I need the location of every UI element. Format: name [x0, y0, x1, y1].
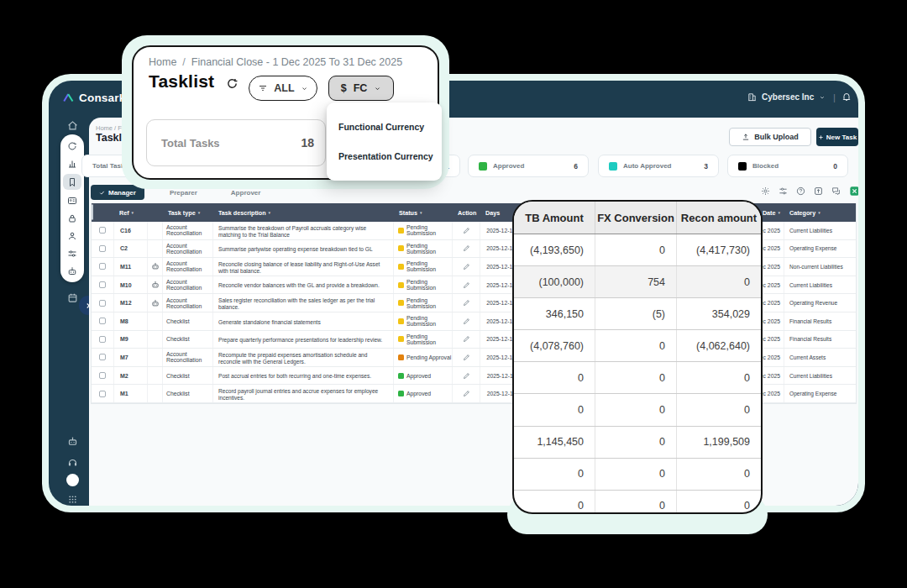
bookmark-icon — [67, 177, 77, 187]
recon-table-row: (4,193,650) 0 (4,417,730) — [514, 234, 761, 266]
sidebar-item-lock[interactable] — [63, 211, 81, 225]
row-checkbox[interactable] — [92, 331, 113, 349]
edit-action-button[interactable] — [452, 276, 480, 294]
cell-automation — [147, 312, 162, 330]
sidebar-item-bookmark[interactable] — [63, 174, 81, 190]
edit-action-button[interactable] — [452, 240, 480, 258]
comments-button[interactable] — [831, 186, 841, 196]
sidebar-item-id-card[interactable] — [63, 193, 81, 207]
sidebar-item-user[interactable] — [63, 228, 81, 243]
column-header-category[interactable]: Category▾ — [784, 209, 856, 217]
column-header-status[interactable]: Status▾ — [393, 209, 452, 217]
recon-table-header: TB AmountFX ConversionRecon amount — [514, 202, 761, 234]
sliders-icon — [67, 249, 77, 259]
bulk-upload-button[interactable]: Bulk Upload — [729, 128, 811, 146]
sidebar-item-robot[interactable] — [63, 264, 81, 278]
recon-column-header: FX Conversion — [595, 202, 677, 234]
breadcrumb-home-link[interactable]: Home — [149, 56, 176, 68]
column-header-action[interactable]: Action — [452, 209, 480, 217]
edit-action-button[interactable] — [452, 258, 480, 276]
cell-status: Pending Submission — [393, 258, 452, 276]
edit-action-button[interactable] — [452, 312, 480, 330]
edit-action-button[interactable] — [452, 222, 480, 239]
help-icon — [796, 186, 805, 196]
tune-button[interactable] — [779, 186, 788, 196]
row-checkbox[interactable] — [92, 367, 113, 385]
cell-task-description: Reconcile vendor balances with the GL an… — [212, 276, 393, 294]
edit-action-button[interactable] — [452, 367, 480, 385]
menu-item-functional-currency[interactable]: Functional Currency — [338, 122, 442, 132]
avatar[interactable] — [60, 470, 84, 489]
row-checkbox[interactable] — [92, 222, 113, 239]
cell-category: Financial Results — [784, 312, 856, 330]
robot-icon — [151, 262, 160, 270]
menu-item-presentation-currency[interactable]: Presentation Currency — [338, 151, 442, 161]
sidebar-item-sliders[interactable] — [63, 246, 81, 260]
cell-ref: C2 — [113, 240, 147, 258]
refresh-button[interactable] — [226, 77, 239, 90]
cell-ref: M1 — [113, 385, 147, 402]
sidebar-item-home[interactable] — [60, 116, 84, 134]
badge-color-square — [479, 162, 487, 171]
excel-button[interactable] — [849, 186, 858, 197]
tab-manager[interactable]: Manager — [91, 185, 144, 200]
badge-label: Approved — [493, 162, 524, 170]
cell-category: Current Liabilities — [784, 222, 856, 239]
status-badge[interactable]: Approved 6 — [468, 155, 589, 177]
cell-status: Pending Approval — [393, 349, 452, 366]
logo-triangle-icon — [62, 92, 75, 104]
table-toolbar — [761, 186, 858, 197]
bell-icon — [841, 92, 852, 102]
row-checkbox[interactable] — [92, 258, 113, 276]
recon-table-row: 0 0 0 — [514, 491, 761, 514]
filter-all-dropdown[interactable]: ALL — [249, 76, 317, 101]
badge-label: Auto Approved — [623, 162, 671, 170]
row-checkbox[interactable] — [92, 312, 113, 330]
edit-action-button[interactable] — [452, 294, 480, 312]
sidebar-item-sync[interactable] — [63, 139, 81, 153]
cell-fx-conversion: 0 — [595, 394, 677, 425]
currency-dropdown[interactable]: $ FC — [328, 76, 394, 101]
cell-recon-amount: (4,417,730) — [677, 234, 761, 265]
cell-task-description: Summarise partywise operating expense br… — [212, 240, 393, 258]
new-task-button[interactable]: New Task — [816, 128, 858, 146]
row-checkbox[interactable] — [92, 294, 113, 312]
sidebar-item-apps-grid[interactable] — [60, 490, 84, 506]
status-badge[interactable]: Blocked 0 — [727, 155, 848, 177]
cell-task-type: Checklist — [162, 312, 212, 330]
column-header-ref[interactable]: Ref▾ — [113, 209, 147, 217]
cell-status: Approved — [393, 367, 452, 385]
row-checkbox[interactable] — [92, 349, 113, 366]
total-tasks-card: Total Tasks 18 — [146, 119, 326, 166]
select-all-checkbox[interactable] — [92, 205, 113, 220]
column-header-task-type[interactable]: Task type▾ — [162, 209, 212, 217]
gear-button[interactable] — [761, 186, 770, 196]
calendar-icon — [67, 292, 78, 303]
help-button[interactable] — [796, 186, 805, 196]
cell-status: Pending Submission — [393, 331, 452, 349]
tab-label: Preparer — [170, 189, 197, 197]
row-checkbox[interactable] — [92, 276, 113, 294]
pencil-icon — [463, 244, 470, 252]
edit-action-button[interactable] — [452, 331, 480, 349]
column-header-task-description[interactable]: Task description▾ — [212, 209, 393, 217]
edit-action-button[interactable] — [452, 349, 480, 366]
status-badge[interactable]: Auto Approved 3 — [598, 155, 719, 177]
row-checkbox[interactable] — [92, 385, 113, 402]
sidebar-item-headset[interactable] — [60, 453, 84, 471]
cell-automation — [147, 385, 162, 402]
notifications-button[interactable] — [841, 92, 852, 102]
company-switcher[interactable]: Cybersec Inc — [747, 92, 826, 102]
cell-recon-amount: 0 — [677, 491, 761, 514]
comments-icon — [831, 186, 841, 196]
cell-automation — [147, 294, 162, 312]
edit-action-button[interactable] — [452, 385, 480, 402]
row-checkbox[interactable] — [92, 240, 113, 258]
sidebar-item-robot[interactable] — [60, 432, 84, 450]
cell-task-description: Recompute the prepaid expenses amortisat… — [212, 349, 393, 366]
sidebar-item-bar-chart[interactable] — [63, 156, 81, 171]
cell-fx-conversion: 0 — [595, 491, 677, 514]
export-button[interactable] — [814, 186, 823, 196]
badge-color-square — [738, 162, 747, 171]
filter-icon — [258, 83, 268, 93]
